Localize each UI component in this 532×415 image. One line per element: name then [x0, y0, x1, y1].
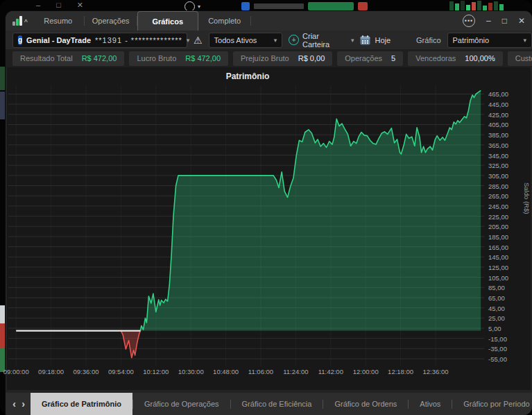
stat-value: R$ 472,00 [82, 54, 117, 62]
bar-icon [16, 19, 19, 26]
date-picker-button[interactable]: Hoje [360, 35, 391, 45]
top-tab-bar: ^ ResumoOperaçõesGráficosCompleto ••• – … [6, 11, 532, 31]
x-tick-label: 09:00:00 [3, 368, 29, 375]
background-left-fragment [0, 305, 6, 323]
y-tick-label: 365,00 [488, 141, 508, 149]
background-text-fragment [254, 3, 304, 9]
chart-title: Patrimônio [7, 71, 488, 81]
y-tick-label: 305,00 [488, 171, 508, 179]
stat-pill: Operações5 [337, 51, 403, 66]
background-left-fragment [0, 323, 6, 348]
y-tick-label: 285,00 [488, 182, 508, 189]
y-tick-label: 165,00 [488, 243, 508, 251]
warning-icon: ⚠ [194, 35, 203, 46]
bottom-tab[interactable]: Gráfico de Operações [133, 393, 230, 415]
genial-logo-icon: g [18, 35, 22, 45]
chevron-down-icon: ▾ [187, 37, 190, 44]
background-window-controls: – □ ✕ [36, 1, 90, 10]
toolbar: g Genial - DayTrade **1391 - ***********… [6, 31, 532, 49]
chart-type-dropdown[interactable]: Patrimônio ▾ [447, 33, 532, 48]
chevron-down-icon: ▾ [351, 37, 354, 44]
background-red-badge [358, 2, 368, 10]
y-tick-label: 465,00 [488, 90, 508, 98]
y-tick-label: 385,00 [488, 131, 508, 139]
x-tick-label: 12:18:00 [388, 368, 413, 375]
y-tick-label: 5,00 [488, 324, 501, 332]
account-name: Genial - DayTrade [26, 36, 91, 44]
bottom-tab[interactable]: Ativos [409, 393, 452, 415]
y-tick-label: 225,00 [488, 212, 508, 220]
y-axis-title: Saldo (R$) [523, 183, 531, 214]
screen: – □ ✕ ▾ ^ ResumoOperaçõesGráficosComplet… [0, 0, 532, 415]
minimize-button[interactable]: – [486, 17, 491, 25]
calendar-icon [360, 35, 370, 45]
background-stopwatch-icon [185, 1, 195, 12]
x-tick-label: 09:54:00 [108, 368, 134, 375]
maximize-button[interactable]: □ [502, 17, 507, 25]
stat-label: Resultado Total [20, 54, 73, 62]
asset-filter-value: Todos Ativos [214, 36, 257, 44]
x-tick-label: 10:48:00 [213, 368, 239, 375]
stat-label: Prejuízo Bruto [241, 54, 289, 62]
x-tick-label: 12:36:00 [423, 368, 449, 375]
stat-label: Custos [515, 54, 532, 62]
x-tick-label: 11:24:00 [283, 368, 308, 375]
bottom-tab[interactable]: Gráfico de Patrimônio [31, 393, 132, 415]
stat-pill: Vencedoras100,00% [408, 51, 503, 66]
y-tick-label: 405,00 [488, 121, 508, 128]
stat-pill: Prejuízo BrutoR$ 0,00 [233, 51, 332, 66]
window-controls: ••• – □ ✕ [463, 11, 525, 31]
x-axis-labels: 09:00:0009:18:0009:36:0009:54:0010:12:00… [8, 368, 484, 378]
close-button[interactable]: ✕ [518, 17, 525, 25]
stats-bar: Resultado TotalR$ 472,00Lucro BrutoR$ 47… [6, 49, 532, 67]
asset-filter-dropdown[interactable]: Todos Ativos ▾ [209, 33, 283, 48]
stat-label: Lucro Bruto [137, 54, 176, 62]
create-portfolio-button[interactable]: + Criar Carteira ▾ [289, 32, 354, 49]
tab-operacoes[interactable]: Operações [85, 11, 137, 31]
background-left-fragment [0, 67, 6, 90]
tabs-scroll-right-button[interactable]: › [19, 398, 28, 409]
stat-pill: Lucro BrutoR$ 472,00 [129, 51, 228, 66]
plot-area: 465,00445,00425,00405,00385,00365,00345,… [8, 85, 531, 379]
create-portfolio-label: Criar Carteira [302, 32, 347, 49]
equity-curve-chart[interactable] [8, 85, 484, 366]
x-tick-label: 09:18:00 [38, 368, 64, 375]
y-tick-label: -55,00 [488, 355, 507, 362]
stat-value: 100,00% [465, 54, 495, 62]
tabs-scroll-left-button[interactable]: ‹ [10, 398, 19, 409]
y-tick-label: -15,00 [488, 334, 507, 342]
app-chart-icon[interactable]: ^ [12, 16, 28, 26]
y-tick-label: 45,00 [488, 304, 505, 312]
account-selector[interactable]: g Genial - DayTrade **1391 - ***********… [12, 33, 187, 48]
background-blue-icon [241, 2, 250, 10]
bar-icon [12, 22, 15, 26]
bottom-tab[interactable]: Gráfico por Periodo [452, 393, 532, 415]
y-tick-label: 125,00 [488, 263, 508, 271]
more-options-button[interactable]: ••• [463, 15, 475, 27]
account-masked-number: **1391 - ************** [95, 36, 182, 44]
y-tick-label: -35,00 [488, 345, 507, 353]
x-tick-label: 11:42:00 [318, 368, 343, 375]
y-tick-label: 265,00 [488, 192, 508, 200]
stat-pill: Resultado TotalR$ 472,00 [12, 51, 124, 66]
y-tick-label: 185,00 [488, 232, 508, 240]
tab-resumo[interactable]: Resumo [32, 11, 85, 31]
bottom-tab[interactable]: Gráfico de Ordens [323, 393, 408, 415]
stat-label: Vencedoras [415, 54, 456, 62]
tab-graficos[interactable]: Gráficos [137, 11, 198, 31]
x-tick-label: 12:00:00 [353, 368, 379, 375]
stat-label: Operações [345, 54, 382, 62]
y-tick-label: 145,00 [488, 253, 508, 261]
bottom-tab[interactable]: Gráfico de Eficiência [231, 393, 323, 415]
plus-circle-icon: + [289, 35, 299, 45]
background-caret-icon: ▾ [198, 3, 200, 10]
tab-completo[interactable]: Completo [198, 11, 251, 31]
y-tick-label: 105,00 [488, 273, 508, 281]
stat-pill: CustosR$ 0,00 [508, 51, 532, 66]
stat-value: R$ 0,00 [298, 54, 325, 62]
y-tick-label: 85,00 [488, 284, 505, 291]
y-tick-label: 425,00 [488, 110, 508, 118]
y-tick-label: 445,00 [488, 101, 508, 108]
x-tick-label: 10:30:00 [178, 368, 204, 375]
x-tick-label: 09:36:00 [74, 368, 99, 375]
